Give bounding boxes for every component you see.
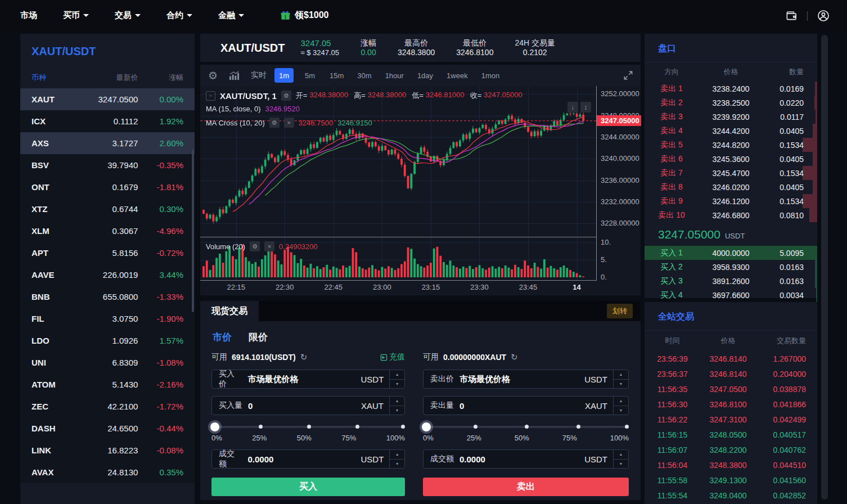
price-axis[interactable]: 3252.000003248.000003244.000003240.00000… [596,86,641,281]
bonus-promo[interactable]: 领$1000 [280,10,329,21]
market-row[interactable]: AAVE 226.0019 3.44% [20,264,195,286]
sell-button[interactable]: 卖出 [423,478,629,496]
interval-button[interactable]: 1week [443,68,471,83]
wallet-icon[interactable] [785,9,798,22]
order-type-tab[interactable]: 限价 [249,331,268,344]
ask-row[interactable]: 卖出 5 3244.8200 0.1534 [645,138,817,152]
gear-icon[interactable]: ⚙ [250,241,260,251]
page-scrollbar[interactable] [821,35,828,500]
ask-row[interactable]: 卖出 8 3246.0200 0.0405 [645,180,817,194]
bid-row[interactable]: 买入 2 3958.9300 0.0163 [645,260,817,274]
market-row[interactable]: XTZ 0.6744 0.30% [20,198,195,220]
sell-price-field[interactable]: 卖出价 USDT ▲▼ [423,370,629,389]
ask-row[interactable]: 卖出 3 3239.9200 0.0117 [645,110,817,124]
ask-row[interactable]: 卖出 10 3246.6800 0.0810 [645,208,817,222]
settings-gear-icon[interactable]: ⚙ [208,69,218,82]
interval-button[interactable]: 1mon [478,68,503,83]
spot-title: 现货交易 [200,301,259,321]
market-row[interactable]: ICX 0.1112 1.92% [20,110,195,132]
buy-price-field[interactable]: 买入价 USDT ▲▼ [211,370,405,389]
candlestick-chart[interactable]: 3252.000003248.000003244.000003240.00000… [200,86,641,295]
ask-row[interactable]: 卖出 2 3238.2500 0.0220 [645,96,817,110]
market-row[interactable]: UNI 6.8309 -1.08% [20,352,195,374]
buy-slider-thumb[interactable] [210,422,219,431]
sell-percent-slider[interactable] [423,422,629,431]
interval-button[interactable]: 5m [300,68,319,83]
sell-price-stepper[interactable]: ▲▼ [613,370,628,388]
realtime-tab[interactable]: 实时 [251,70,267,80]
sell-price-input[interactable] [459,375,584,384]
buy-amount-field[interactable]: 买入量 XAUT ▲▼ [211,396,405,415]
market-row[interactable]: ZEC 42.2100 -1.72% [20,395,195,417]
interval-button[interactable]: 30m [354,68,375,83]
user-icon[interactable] [817,9,830,22]
buy-total-field[interactable]: 成交额 USDT ▲▼ [211,449,405,469]
interval-button[interactable]: 1m [274,68,294,83]
indicator-chart-icon[interactable] [229,71,240,80]
sell-total-field[interactable]: 成交额 USDT ▲▼ [423,449,629,469]
trade-rows: 23:56:39 3246.8140 1.267000 23:56:37 324… [645,351,817,503]
market-row[interactable]: ATOM 5.1430 -2.16% [20,374,195,395]
buy-amount-input[interactable] [248,401,361,411]
refresh-icon[interactable]: ↻ [511,352,518,362]
nav-item[interactable]: 买币 [63,10,89,21]
bid-row[interactable]: 买入 4 3697.6600 0.0034 [645,288,817,302]
bid-row[interactable]: 买入 1 4000.0000 5.0095 [645,246,817,260]
close-icon[interactable]: × [264,241,274,251]
market-row[interactable]: LDO 1.0926 1.57% [20,330,195,352]
nav-item[interactable]: 交易 [115,10,141,21]
sell-amount-field[interactable]: 卖出量 XAUT ▲▼ [423,396,629,415]
ask-row[interactable]: 卖出 1 3238.2400 0.0169 [645,82,817,96]
chart-canvas[interactable] [200,86,596,281]
chart-legend-macross: MA Cross (10, 20) ⚙ × 3246.7500 3246.915… [206,118,372,128]
sell-amount-input[interactable] [459,401,585,411]
market-row[interactable]: BNB 655.0800 -1.33% [20,286,195,308]
close-icon[interactable]: × [284,118,294,128]
sell-amount-stepper[interactable]: ▲▼ [613,397,628,415]
market-row[interactable]: DASH 24.6500 -0.44% [20,417,195,439]
market-row[interactable]: AXS 3.1727 2.60% [20,132,195,154]
refresh-icon[interactable]: ↻ [300,352,308,362]
market-row[interactable]: APT 5.8156 -0.72% [20,242,195,264]
sidebar-scrollbar[interactable] [192,149,194,312]
gear-icon[interactable]: ⚙ [269,118,280,128]
buy-price-input[interactable] [247,375,361,384]
buy-percent-slider[interactable] [211,422,405,431]
time-axis[interactable]: 22:1522:3022:4523:0023:1523:3023:4514 [200,281,596,294]
sell-total-stepper[interactable]: ▲▼ [613,450,628,468]
fullscreen-icon[interactable] [623,70,634,81]
ask-row[interactable]: 卖出 6 3245.3600 0.0405 [645,152,817,166]
recharge-link[interactable]: 充值 [380,352,405,362]
market-row[interactable]: XLM 0.3067 -4.96% [20,220,195,242]
buy-button[interactable]: 买入 [211,478,405,496]
order-type-tab[interactable]: 市价 [213,331,232,344]
bid-row[interactable]: 买入 3 3891.2600 0.0163 [645,274,817,288]
sell-total-input[interactable] [459,454,584,464]
gear-icon[interactable]: ⚙ [281,91,291,101]
ask-row[interactable]: 卖出 7 3245.4700 0.1534 [645,166,817,180]
collapse-icon[interactable]: − [206,91,215,101]
move-pane-down-icon[interactable]: ↓ [567,102,578,112]
market-row[interactable]: ONT 0.1679 -1.81% [20,176,195,198]
buy-price-stepper[interactable]: ▲▼ [389,370,404,388]
buy-amount-stepper[interactable]: ▲▼ [389,397,404,415]
interval-button[interactable]: 1hour [382,68,407,83]
nav-item[interactable]: 市场 [20,10,37,21]
sell-slider-thumb[interactable] [422,422,431,431]
time-axis-label: 23:45 [515,283,542,291]
market-row[interactable]: FIL 3.0750 -1.90% [20,308,195,330]
market-row[interactable]: XAUT 3247.0500 0.00% [20,88,195,110]
market-row[interactable]: BSV 39.7940 -0.35% [20,154,195,176]
nav-item[interactable]: 金融 [218,10,244,21]
buy-total-input[interactable] [247,454,361,464]
interval-button[interactable]: 1day [414,68,436,83]
resize-pane-icon[interactable]: ↕ [580,102,591,112]
market-row[interactable]: AVAX 24.8130 0.35% [20,461,195,483]
nav-item[interactable]: 合约 [166,10,192,21]
transfer-button[interactable]: 划转 [607,304,633,318]
buy-total-stepper[interactable]: ▲▼ [389,450,404,468]
interval-button[interactable]: 15m [326,68,347,83]
ask-row[interactable]: 卖出 4 3244.4200 0.0405 [645,124,817,138]
ask-row[interactable]: 卖出 9 3246.1200 0.1534 [645,194,817,208]
market-row[interactable]: LINK 16.8223 -0.08% [20,439,195,461]
